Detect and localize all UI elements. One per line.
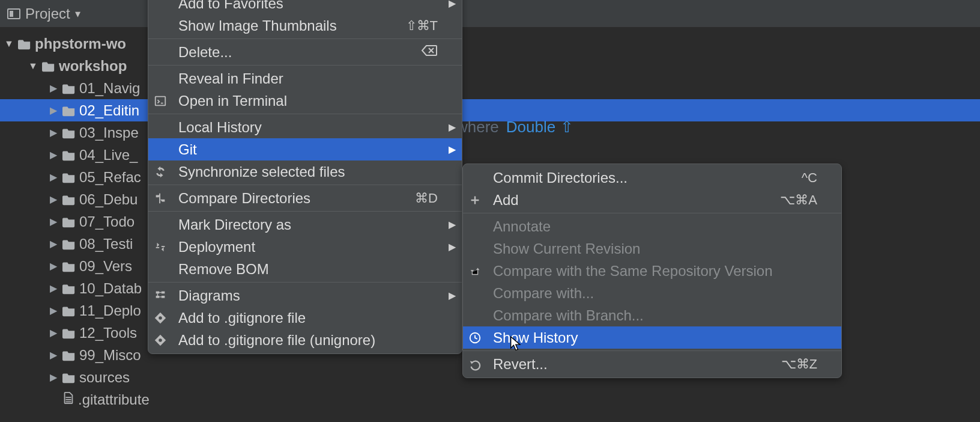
- hint-tail: where: [456, 118, 499, 136]
- gitignore-icon: [152, 311, 169, 325]
- menu-compare-directories[interactable]: Compare Directories⌘D: [148, 187, 462, 209]
- context-menu-git[interactable]: Commit Directories...^C Add⌥⌘A Annotate …: [462, 164, 842, 378]
- menu-git-compare-branch: Compare with Branch...: [463, 304, 841, 326]
- collapse-arrow-icon[interactable]: ▶: [48, 149, 59, 161]
- folder-icon: [62, 327, 76, 339]
- menu-separator: [148, 211, 462, 212]
- menu-local-history[interactable]: Local History▶: [148, 116, 462, 138]
- gitignore-icon: [152, 333, 169, 347]
- menu-mark-directory-as[interactable]: Mark Directory as▶: [148, 213, 462, 236]
- expand-arrow-icon[interactable]: ▼: [28, 61, 38, 72]
- tree-root[interactable]: ▼ phpstorm-wo: [0, 32, 980, 55]
- context-menu-primary[interactable]: Add to Favorites▶ Show Image Thumbnails⇧…: [148, 0, 462, 354]
- clock-icon: [467, 331, 483, 345]
- project-tool-header[interactable]: Project ▾: [0, 0, 980, 28]
- diagrams-icon: [152, 289, 169, 303]
- tree-label: 12_Tools: [79, 325, 137, 341]
- menu-git[interactable]: Git▶: [148, 138, 462, 161]
- expand-arrow-icon[interactable]: ▼: [4, 38, 14, 49]
- hint-shortcut: Double ⇧: [506, 118, 573, 136]
- tree-label: 06_Debu: [79, 191, 138, 208]
- menu-separator: [148, 65, 462, 66]
- tree-label: .gitattribute: [78, 391, 150, 408]
- submenu-arrow-icon: ▶: [449, 290, 456, 301]
- revert-icon: [467, 357, 483, 372]
- folder-icon: [62, 127, 76, 139]
- menu-separator: [463, 213, 841, 213]
- submenu-arrow-icon: ▶: [449, 219, 456, 230]
- tree-label: 10_Datab: [79, 280, 142, 297]
- menu-git-show-history[interactable]: Show History: [463, 326, 841, 349]
- chevron-down-icon: ▾: [75, 7, 80, 20]
- tool-window-title: Project: [25, 5, 70, 22]
- collapse-arrow-icon[interactable]: ▶: [48, 127, 59, 138]
- shortcut-label: ^C: [802, 170, 820, 186]
- tree-file-gitattributes[interactable]: .gitattribute: [0, 388, 980, 411]
- menu-separator: [463, 350, 841, 351]
- menu-remove-bom[interactable]: Remove BOM: [148, 258, 462, 280]
- menu-git-revert[interactable]: Revert...⌥⌘Z: [463, 353, 841, 375]
- menu-git-show-revision: Show Current Revision: [463, 237, 841, 260]
- menu-add-gitignore-unignore[interactable]: Add to .gitignore file (unignore): [148, 329, 462, 351]
- shortcut-label: ⌘D: [415, 191, 440, 206]
- tree-label: 04_Live_: [79, 147, 138, 164]
- compare-icon: [152, 191, 169, 206]
- menu-add-gitignore[interactable]: Add to .gitignore file: [148, 307, 462, 329]
- folder-icon: [62, 260, 76, 272]
- submenu-arrow-icon: ▶: [449, 144, 456, 155]
- tree-label: phpstorm-wo: [35, 35, 126, 52]
- folder-icon: [62, 149, 76, 161]
- tree-folder[interactable]: ▶ 01_Navig: [0, 77, 980, 99]
- menu-git-commit[interactable]: Commit Directories...^C: [463, 167, 841, 189]
- tree-label: 02_Editin: [79, 102, 139, 119]
- menu-separator: [148, 282, 462, 283]
- shortcut-label: ⇧⌘T: [406, 18, 440, 34]
- tree-folder[interactable]: ▶ 04_Live_: [0, 144, 980, 166]
- menu-separator: [148, 114, 462, 114]
- collapse-arrow-icon[interactable]: ▶: [48, 82, 59, 94]
- menu-separator: [148, 185, 462, 185]
- folder-icon: [62, 305, 76, 317]
- tree-label: 09_Vers: [79, 258, 132, 275]
- submenu-arrow-icon: ▶: [449, 241, 456, 252]
- collapse-arrow-icon[interactable]: ▶: [48, 260, 59, 272]
- collapse-arrow-icon[interactable]: ▶: [48, 305, 59, 316]
- menu-reveal-finder[interactable]: Reveal in Finder: [148, 67, 462, 90]
- menu-git-add[interactable]: Add⌥⌘A: [463, 189, 841, 211]
- menu-git-compare-same: Compare with the Same Repository Version: [463, 260, 841, 282]
- collapse-arrow-icon[interactable]: ▶: [48, 216, 59, 227]
- menu-synchronize[interactable]: Synchronize selected files: [148, 161, 462, 183]
- collapse-arrow-icon[interactable]: ▶: [48, 105, 59, 116]
- collapse-arrow-icon[interactable]: ▶: [48, 283, 59, 294]
- menu-deployment[interactable]: Deployment▶: [148, 236, 462, 258]
- collapse-arrow-icon[interactable]: ▶: [48, 372, 59, 383]
- file-icon: [62, 391, 74, 408]
- deployment-icon: [152, 240, 169, 254]
- folder-icon: [62, 216, 76, 228]
- collapse-arrow-icon[interactable]: ▶: [48, 171, 59, 183]
- tool-window-icon: [7, 8, 20, 19]
- menu-show-thumbnails[interactable]: Show Image Thumbnails⇧⌘T: [148, 14, 462, 37]
- folder-icon: [62, 349, 76, 361]
- folder-icon: [62, 105, 76, 117]
- search-everywhere-hint: where Double ⇧: [456, 118, 573, 136]
- menu-open-terminal[interactable]: Open in Terminal: [148, 90, 462, 112]
- menu-delete[interactable]: Delete...: [148, 41, 462, 63]
- tree-label: 05_Refac: [79, 169, 141, 186]
- plus-icon: [467, 193, 483, 207]
- menu-diagrams[interactable]: Diagrams▶: [148, 284, 462, 307]
- shortcut-label: ⌥⌘A: [780, 192, 820, 208]
- tree-folder-workshop[interactable]: ▼ workshop: [0, 55, 980, 77]
- collapse-arrow-icon[interactable]: ▶: [48, 194, 59, 205]
- tree-label: 99_Misco: [79, 347, 141, 364]
- collapse-arrow-icon[interactable]: ▶: [48, 238, 59, 249]
- collapse-arrow-icon[interactable]: ▶: [48, 327, 59, 338]
- tree-label: 01_Navig: [79, 80, 140, 97]
- collapse-arrow-icon[interactable]: ▶: [48, 349, 59, 361]
- sync-icon: [152, 165, 169, 179]
- menu-add-to-favorites[interactable]: Add to Favorites▶: [148, 0, 462, 14]
- tree-label: 03_Inspe: [79, 124, 139, 141]
- tree-label: sources: [79, 369, 130, 386]
- folder-icon: [42, 60, 55, 72]
- folder-icon: [18, 38, 31, 50]
